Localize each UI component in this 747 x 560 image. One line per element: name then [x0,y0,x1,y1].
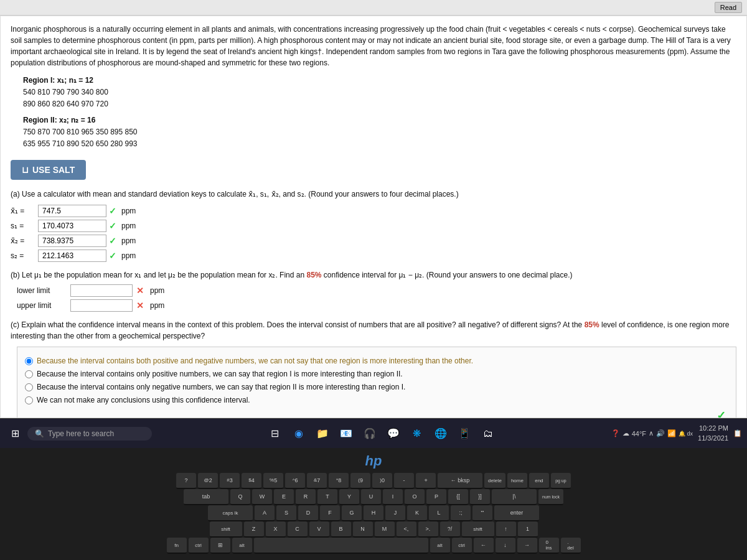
key-tab[interactable]: tab [184,489,228,505]
upper-limit-input[interactable] [70,299,133,312]
key-y[interactable]: Y [339,489,359,505]
use-salt-button[interactable]: USE SALT [11,160,86,180]
radio-option-3[interactable]: Because the interval contains only negat… [25,382,728,393]
key-j[interactable]: J [385,505,405,521]
key-enter[interactable]: enter [494,505,539,521]
key-2[interactable]: @2 [198,473,218,489]
key-q[interactable]: Q [230,489,250,505]
radio-option-2[interactable]: Because the interval contains only posit… [25,369,728,380]
key-l[interactable]: L [429,505,449,521]
key-p[interactable]: P [426,489,446,505]
key-f[interactable]: F [320,505,340,521]
edge-icon[interactable]: ◉ [289,424,309,444]
key-shift-l[interactable]: shift [210,521,242,538]
key-ctrl-r[interactable]: ctrl [452,538,472,554]
flower-icon[interactable]: ❋ [407,424,427,444]
key-v[interactable]: V [309,521,329,538]
key-lbracket[interactable]: {[ [448,489,468,505]
search-bar[interactable]: 🔍 Type here to search [27,427,152,441]
headphone-icon[interactable]: 🎧 [360,424,380,444]
key-pgup[interactable]: pg up [551,473,571,489]
key-backslash[interactable]: |\ [492,489,537,505]
app-icon-2[interactable]: 🗂 [478,424,498,444]
key-ctrl-l[interactable]: ctrl [189,538,209,554]
key-numlock[interactable]: num lock [538,489,563,505]
read-button[interactable]: Read [715,2,742,13]
key-rbracket[interactable]: }] [470,489,490,505]
key-shift-r[interactable]: shift [462,521,494,538]
wifi-icon[interactable]: 📶 [667,429,676,437]
radio-input-1[interactable] [25,357,33,365]
key-plus[interactable]: + [416,473,436,489]
key-home[interactable]: home [507,473,527,489]
file-explorer-icon[interactable]: 📁 [312,424,332,444]
key-t[interactable]: T [317,489,337,505]
key-right-arrow[interactable]: → [517,538,537,554]
key-3[interactable]: #3 [220,473,240,489]
key-h[interactable]: H [364,505,383,521]
key-space[interactable] [254,538,428,554]
radio-option-1[interactable]: Because the interval contains both posit… [25,356,728,366]
key-8[interactable]: *8 [329,473,349,489]
key-down-arrow[interactable]: ↓ [496,538,515,554]
key-end[interactable]: end [529,473,549,489]
mail-icon[interactable]: 📧 [336,424,356,444]
key-num-dot[interactable]: .del [561,538,581,554]
key-win[interactable]: ⊞ [210,538,230,554]
key-z[interactable]: Z [244,521,264,538]
key-slash[interactable]: ?/ [440,521,460,538]
chrome-icon[interactable]: 🌐 [431,424,451,444]
question-icon[interactable]: ❓ [611,429,620,437]
key-n[interactable]: N [353,521,373,538]
radio-input-3[interactable] [25,383,33,391]
key-up-arrow[interactable]: ↑ [496,521,516,538]
lower-limit-input[interactable] [70,284,133,297]
key-9[interactable]: (9 [350,473,370,489]
key-alt-l[interactable]: alt [232,538,252,554]
key-quote[interactable]: "' [472,505,492,521]
notification-icon[interactable]: 🔔 dx [679,431,693,437]
start-button[interactable]: ⊞ [5,424,25,444]
key-period[interactable]: >. [418,521,438,538]
key-x[interactable]: X [266,521,286,538]
up-arrow-icon[interactable]: ∧ [649,429,654,437]
key-capslock[interactable]: caps lk [208,505,253,521]
key-w[interactable]: W [252,489,272,505]
radio-option-4[interactable]: We can not make any conclusions using th… [25,395,728,406]
key-m[interactable]: M [375,521,395,538]
radio-input-2[interactable] [25,370,33,378]
key-u[interactable]: U [361,489,381,505]
task-view-icon[interactable]: ⊟ [265,424,285,444]
key-4[interactable]: $4 [242,473,261,489]
key-b[interactable]: B [331,521,351,538]
key-delete[interactable]: delete [484,473,505,489]
key-6[interactable]: ^6 [285,473,305,489]
key-k[interactable]: K [407,505,427,521]
key-d[interactable]: D [298,505,318,521]
key-s[interactable]: S [276,505,296,521]
key-7[interactable]: &7 [307,473,327,489]
s1-input[interactable] [38,220,106,232]
chat-icon[interactable]: 💬 [383,424,403,444]
key-g[interactable]: G [342,505,362,521]
radio-input-4[interactable] [25,396,33,404]
key-r[interactable]: R [296,489,316,505]
key-left-arrow[interactable]: ← [474,538,494,554]
key-c[interactable]: C [288,521,308,538]
key-semicolon[interactable]: :; [451,505,471,521]
x1-input[interactable] [38,205,106,217]
key-i[interactable]: I [383,489,403,505]
notification-panel-icon[interactable]: 📋 [733,429,742,437]
key-o[interactable]: O [405,489,425,505]
key-a[interactable]: A [255,505,275,521]
key-backspace[interactable]: ← bksp [438,473,482,489]
key-alt-r[interactable]: alt [430,538,450,554]
key-e[interactable]: E [274,489,294,505]
key-minus[interactable]: - [394,473,414,489]
key-num1[interactable]: 1 [518,521,538,538]
key-?[interactable]: ? [176,473,196,489]
key-num0[interactable]: 0ins [539,538,559,554]
key-0[interactable]: )0 [372,473,392,489]
key-5[interactable]: %5 [263,473,283,489]
x2-input[interactable] [38,235,106,247]
